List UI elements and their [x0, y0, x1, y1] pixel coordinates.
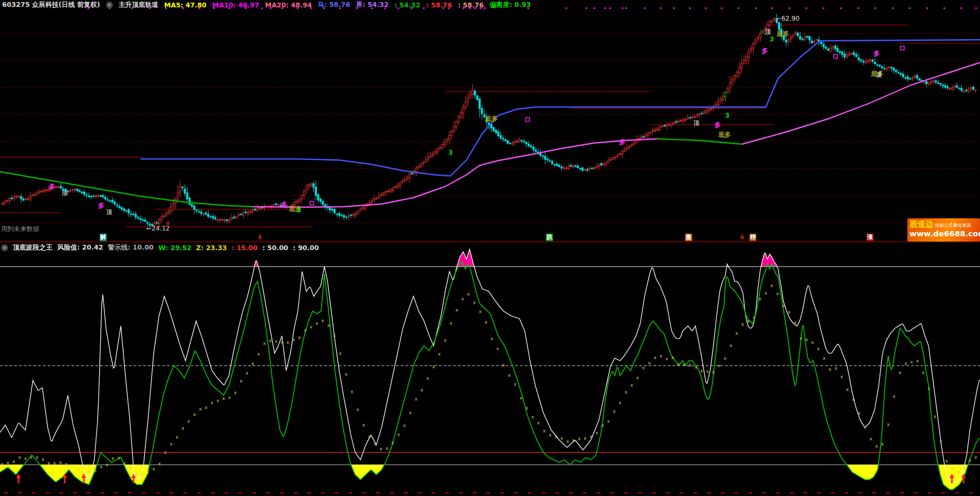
svg-text:x: x [409, 410, 412, 415]
svg-text:x: x [146, 470, 149, 475]
svg-text:x: x [304, 327, 307, 333]
svg-text:x: x [887, 422, 890, 427]
svg-text:x: x [549, 432, 552, 438]
svg-text:x: x [205, 405, 208, 410]
value-pink: : 58.76 [458, 1, 484, 9]
track-upper-value: 马: 58.76 [317, 1, 350, 10]
svg-text:x: x [712, 369, 715, 375]
svg-text:x: x [158, 461, 161, 466]
svg-text:x: x [922, 370, 925, 375]
svg-text:x: x [473, 300, 476, 305]
svg-text:x: x [875, 444, 878, 449]
svg-text:x: x [397, 432, 400, 437]
watermark-tagline: 指标公式量化资源 [935, 223, 971, 229]
svg-text:顶: 顶 [693, 119, 700, 127]
signal-s-2: ŝ [740, 234, 745, 241]
svg-text:x: x [164, 450, 167, 455]
svg-text:底多: 底多 [484, 115, 498, 122]
level-15-value: : 15.00 [232, 244, 258, 252]
indicator-collapse-icon[interactable]: ∨ [106, 2, 113, 8]
svg-text:x: x [222, 396, 225, 401]
svg-text:x: x [59, 460, 62, 465]
svg-text:x: x [671, 355, 674, 360]
svg-text:x: x [339, 351, 342, 356]
signal-bang: 榜 [749, 234, 756, 241]
svg-text:x: x [152, 466, 155, 472]
svg-text:x: x [263, 341, 266, 346]
watermark-ad[interactable]: 股道边 指标公式量化资源 www.de6688.com [907, 218, 980, 242]
svg-text:x: x [595, 430, 598, 436]
svg-text:x: x [140, 471, 144, 476]
svg-text:x: x [735, 331, 738, 336]
svg-text:x: x [893, 394, 896, 399]
svg-text:x: x [578, 436, 581, 441]
svg-text:x: x [811, 340, 814, 345]
svg-text:x: x [514, 382, 517, 387]
svg-text:x: x [531, 414, 534, 420]
svg-text:x: x [945, 458, 948, 464]
svg-text:x: x [111, 456, 114, 461]
svg-text:x: x [933, 414, 937, 419]
stock-title: 603275 众辰科技(日线 前复权) [2, 1, 100, 10]
svg-text:x: x [245, 370, 249, 376]
svg-text:x: x [362, 422, 365, 428]
signal-die: 跌 [546, 234, 553, 241]
svg-text:x: x [823, 356, 826, 361]
svg-text:x: x [508, 373, 511, 378]
svg-text:x: x [764, 290, 767, 296]
svg-text:3: 3 [770, 36, 774, 43]
high-price-label: ~62.90 [776, 15, 799, 22]
svg-text:x: x [490, 336, 493, 341]
indicator-chart[interactable]: xxxxxxxxxxxxxxxxxxxxxxxxxxxxxxxxxxxxxxxx… [0, 247, 980, 496]
svg-text:x: x [928, 386, 931, 391]
svg-text:x: x [379, 446, 383, 451]
w-value: W: 29.52 [158, 244, 191, 252]
svg-text:x: x [723, 356, 727, 361]
svg-text:多: 多 [281, 201, 287, 208]
svg-text:x: x [479, 309, 482, 314]
svg-text:x: x [53, 460, 56, 466]
low-price-label: ←24.12 [146, 225, 170, 232]
svg-text:顶: 顶 [105, 208, 112, 216]
svg-text:x: x [782, 303, 785, 308]
svg-text:x: x [747, 318, 750, 324]
svg-text:x: x [135, 471, 138, 476]
indicator-collapse-icon[interactable]: ∨ [1, 244, 8, 251]
svg-text:x: x [251, 361, 254, 366]
svg-text:x: x [129, 465, 132, 470]
svg-text:x: x [869, 436, 872, 441]
svg-text:x: x [846, 387, 849, 392]
svg-text:底多: 底多 [718, 131, 731, 138]
svg-text:x: x [100, 464, 103, 470]
level-90-value: : 90.00 [293, 244, 319, 252]
main-indicator-name: 主升顶底轨道 [119, 1, 158, 10]
svg-text:x: x [741, 322, 744, 327]
svg-text:x: x [974, 455, 977, 460]
watermark-brand: 股道边 [910, 219, 933, 229]
main-price-chart[interactable]: 多多多多多多多底多底多底多底多底多顶顶顶顶顶3333∪ [0, 0, 980, 243]
svg-text:x: x [700, 368, 703, 374]
svg-text:x: x [502, 362, 505, 368]
svg-text:顶: 顶 [875, 71, 882, 78]
svg-text:x: x [414, 396, 418, 402]
svg-text:x: x [694, 365, 698, 370]
svg-text:x: x [863, 424, 867, 430]
svg-text:x: x [560, 436, 563, 441]
svg-text:x: x [706, 369, 709, 374]
svg-text:x: x [41, 457, 45, 462]
svg-text:x: x [193, 412, 196, 417]
signal-ji: 激 [685, 234, 692, 241]
svg-text:x: x [776, 291, 779, 296]
svg-text:x: x [199, 406, 202, 412]
svg-text:x: x [94, 468, 97, 473]
svg-text:x: x [607, 419, 610, 424]
svg-text:x: x [6, 460, 10, 465]
svg-text:x: x [327, 323, 330, 328]
svg-text:x: x [117, 455, 120, 460]
svg-text:x: x [834, 366, 837, 371]
svg-text:x: x [939, 439, 942, 444]
svg-text:x: x [275, 339, 278, 344]
svg-text:x: x [368, 434, 371, 439]
svg-text:顶: 顶 [61, 189, 68, 197]
svg-text:x: x [828, 367, 832, 372]
